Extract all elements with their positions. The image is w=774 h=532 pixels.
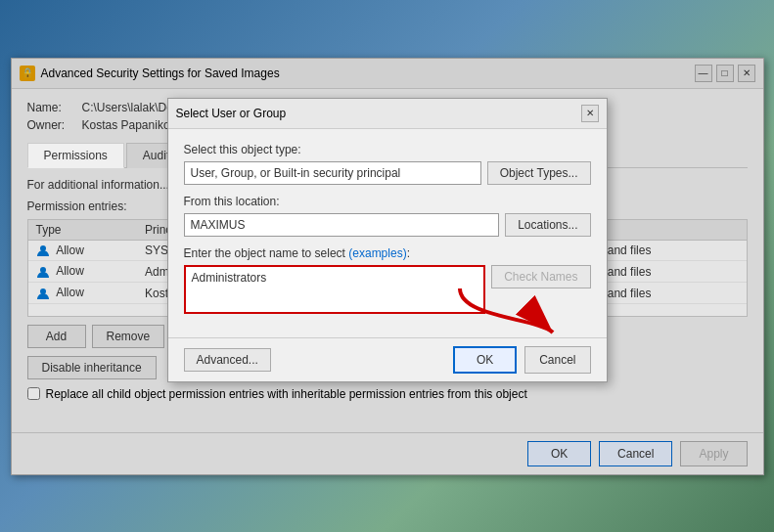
dialog-body: Select this object type: Object Types...… <box>168 129 607 337</box>
object-type-row: Object Types... <box>184 161 591 185</box>
location-label: From this location: <box>184 195 591 208</box>
check-names-button[interactable]: Check Names <box>491 265 590 288</box>
object-name-row: Administrators Check Names <box>184 265 591 324</box>
select-user-dialog: Select User or Group ✕ Select this objec… <box>167 98 608 382</box>
dialog-footer: Advanced... OK Cancel <box>168 337 607 381</box>
examples-link[interactable]: (examples) <box>348 246 406 260</box>
location-row: Locations... <box>184 213 591 237</box>
object-name-input[interactable]: Administrators <box>184 265 486 314</box>
dialog-footer-right: OK Cancel <box>453 346 590 374</box>
dialog-title: Select User or Group <box>176 107 287 120</box>
dialog-cancel-button[interactable]: Cancel <box>524 346 590 374</box>
object-name-label: Enter the object name to select (example… <box>184 246 591 260</box>
object-type-label: Select this object type: <box>184 143 591 156</box>
object-type-input[interactable] <box>184 161 481 185</box>
advanced-button[interactable]: Advanced... <box>184 348 271 372</box>
main-window: 🔒 Advanced Security Settings for Saved I… <box>11 58 764 475</box>
object-types-button[interactable]: Object Types... <box>487 161 591 185</box>
locations-button[interactable]: Locations... <box>505 213 590 237</box>
dialog-ok-button[interactable]: OK <box>453 346 517 374</box>
tab-permissions[interactable]: Permissions <box>27 143 124 168</box>
location-input[interactable] <box>184 213 500 237</box>
dialog-close-button[interactable]: ✕ <box>581 105 599 122</box>
dialog-title-bar: Select User or Group ✕ <box>168 99 607 129</box>
dialog-overlay: Select User or Group ✕ Select this objec… <box>12 59 763 474</box>
